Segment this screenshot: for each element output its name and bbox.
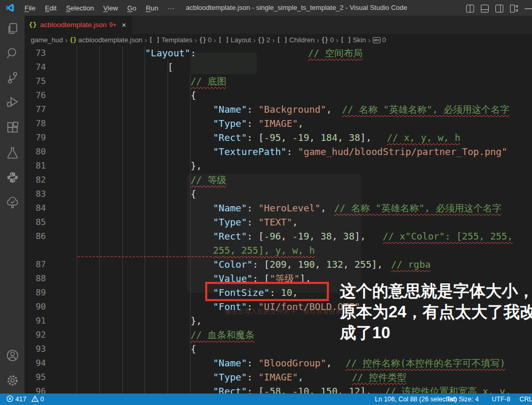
- python-icon[interactable]: [6, 171, 19, 184]
- line-number: 81: [25, 159, 46, 173]
- code-line: // 底图: [54, 74, 532, 88]
- warning-icon: [31, 395, 39, 402]
- line-number: 73: [25, 46, 46, 60]
- line-number: 78: [25, 116, 46, 130]
- tab-acbloodtemplate[interactable]: {} acbloodtemplate.json 9+ ×: [25, 16, 132, 34]
- toggle-panel-icon[interactable]: [481, 5, 489, 13]
- line-number: 82: [25, 173, 46, 187]
- account-icon[interactable]: [6, 349, 19, 362]
- line-number: [25, 243, 46, 257]
- toggle-sidebar-icon[interactable]: [466, 5, 474, 13]
- vscode-window: File Edit Selection View Go Run ··· acbl…: [0, 0, 532, 405]
- todo-tree-icon[interactable]: [6, 196, 19, 209]
- source-control-icon[interactable]: [6, 71, 19, 85]
- menu-more[interactable]: ···: [163, 4, 179, 12]
- line-number: 86: [25, 229, 46, 243]
- object-symbol-icon: {}: [199, 37, 206, 44]
- explorer-icon[interactable]: [6, 22, 19, 35]
- tab-size-status[interactable]: Tab Size: 4: [446, 394, 479, 405]
- breadcrumb-item-0[interactable]: 0: [382, 36, 386, 44]
- customize-layout-icon[interactable]: [510, 5, 518, 13]
- title-bar: File Edit Selection View Go Run ··· acbl…: [0, 0, 532, 16]
- window-title: acbloodtemplate.json - single_simple_ts_…: [182, 0, 411, 16]
- code-line: "Type": "IMAGE",// 控件类型: [54, 370, 532, 384]
- code-line: [: [54, 60, 532, 74]
- tab-problems-badge: 9+: [109, 21, 116, 29]
- code-line: "Layout":// 空间布局: [54, 46, 532, 60]
- code-line: "Rect": [-95, -19, 184, 38],// x, y, w, …: [54, 130, 532, 145]
- menu-view[interactable]: View: [99, 4, 123, 12]
- line-number: 93: [25, 342, 46, 356]
- run-and-debug-icon[interactable]: [6, 96, 19, 109]
- json-braces-icon: {}: [69, 37, 77, 44]
- code-line: "Type": "IMAGE",: [54, 116, 532, 130]
- menu-edit[interactable]: Edit: [40, 4, 61, 12]
- code-line: {: [54, 342, 532, 356]
- line-number: 75: [25, 74, 46, 88]
- eol-status[interactable]: CRLF: [519, 394, 532, 405]
- line-number: 84: [25, 201, 46, 215]
- settings-gear-icon[interactable]: [6, 374, 19, 387]
- line-number: 88: [25, 271, 46, 285]
- search-icon[interactable]: [6, 46, 19, 60]
- tab-close-icon[interactable]: ×: [122, 20, 126, 29]
- vscode-logo-icon: [5, 3, 15, 13]
- status-bar: 417 0 Ln 106, Col 88 (26 selected) Tab S…: [0, 394, 532, 405]
- ghost-overlay-box: [191, 53, 257, 74]
- line-number: 92: [25, 328, 46, 342]
- line-number: 76: [25, 88, 46, 102]
- encoding-status[interactable]: UTF-8: [492, 394, 510, 405]
- problems-status[interactable]: 417 0: [6, 394, 44, 405]
- breadcrumb-item-0[interactable]: 0: [330, 36, 334, 44]
- array-symbol-icon: [ ]: [149, 37, 160, 44]
- toggle-secondary-sidebar-icon[interactable]: [495, 5, 503, 13]
- breadcrumb: game_hud › {} acbloodtemplate.json › [ ]…: [25, 34, 532, 46]
- ghost-watermark-text: 修改后导入后的文件名字，保存查看效果: [224, 307, 342, 316]
- testing-icon[interactable]: [6, 146, 19, 160]
- menu-selection[interactable]: Selection: [61, 4, 98, 12]
- array-symbol-icon: [ ]: [277, 37, 288, 44]
- breadcrumb-item-game-hud[interactable]: game_hud: [31, 36, 63, 44]
- menu-go[interactable]: Go: [123, 4, 141, 12]
- line-number: 87: [25, 257, 46, 271]
- tab-bar: {} acbloodtemplate.json 9+ ×: [25, 16, 532, 34]
- line-number: 89: [25, 285, 46, 300]
- breadcrumb-item-children[interactable]: Children: [289, 36, 314, 44]
- array-symbol-icon: [ ]: [218, 37, 229, 44]
- breadcrumb-item-file[interactable]: acbloodtemplate.json: [78, 36, 143, 44]
- breadcrumb-item-templates[interactable]: Templates: [161, 36, 192, 44]
- extensions-icon[interactable]: [6, 121, 19, 135]
- line-number: 90: [25, 300, 46, 314]
- breadcrumb-item-layout[interactable]: Layout: [231, 36, 251, 44]
- string-symbol-icon: abc: [373, 37, 381, 43]
- code-line: },: [54, 159, 532, 173]
- line-number: 83: [25, 187, 46, 201]
- line-number: 94: [25, 356, 46, 370]
- line-number: 91: [25, 314, 46, 328]
- json-braces-icon: {}: [29, 21, 37, 29]
- line-number: 95: [25, 370, 46, 384]
- gutter: 7374757677787980818283848586878889909192…: [25, 46, 46, 394]
- object-symbol-icon: {}: [257, 37, 265, 44]
- line-number: 77: [25, 102, 46, 116]
- minimize-button[interactable]: —: [525, 4, 532, 13]
- code-line: {: [54, 88, 532, 102]
- code-line: "Name": "BloodGroup",// 控件名称(本控件的名字可不填写): [54, 356, 532, 370]
- cursor-position-status[interactable]: Ln 106, Col 88 (26 selected): [375, 394, 457, 405]
- ghost-overlay-box: [187, 174, 361, 293]
- line-number: 74: [25, 60, 46, 74]
- annotation-red-box: [205, 282, 329, 301]
- activity-bar: [0, 16, 25, 394]
- code-line: "TexturePath": "game_hud/bloodStrip/part…: [54, 145, 532, 159]
- error-icon: [6, 395, 14, 402]
- breadcrumb-item-2[interactable]: 2: [266, 36, 270, 44]
- line-number: 79: [25, 130, 46, 145]
- breadcrumb-item-0[interactable]: 0: [208, 36, 211, 44]
- menu-run[interactable]: Run: [141, 4, 163, 12]
- line-number: 85: [25, 215, 46, 229]
- line-number: 80: [25, 145, 46, 159]
- annotation-note-text: 这个的意思就是字体大小， 原本为24，有点太大了我改 成了10: [340, 281, 531, 343]
- code-line: "Name": "Background",// 名称 "英雄名称", 必须用这个…: [54, 102, 532, 116]
- breadcrumb-item-skin[interactable]: Skin: [353, 36, 366, 44]
- menu-file[interactable]: File: [20, 4, 40, 12]
